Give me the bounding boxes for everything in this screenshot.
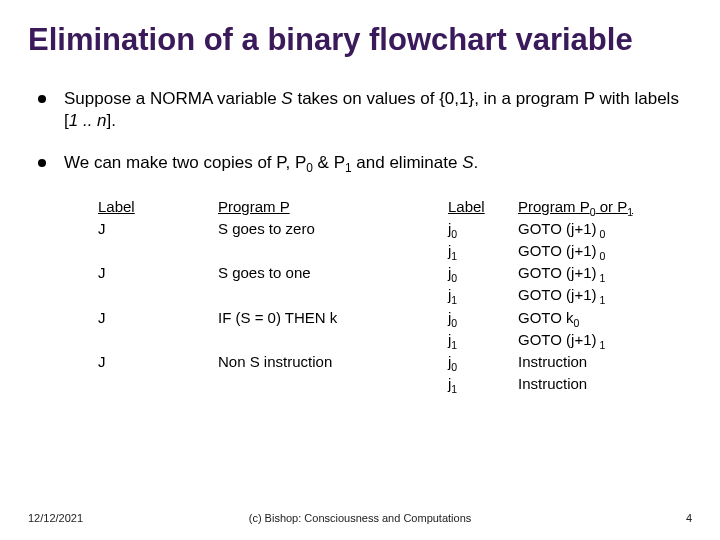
b2-dot: . bbox=[474, 153, 479, 172]
cell-label-right: j0 bbox=[448, 308, 518, 330]
hdr-label-left: Label bbox=[98, 197, 218, 219]
cell-program-p bbox=[218, 330, 448, 352]
bullet-icon bbox=[38, 159, 46, 167]
hdr-p01-pre: Program P bbox=[518, 198, 590, 215]
cell-label-left bbox=[98, 374, 218, 396]
hdr-label-right: Label bbox=[448, 197, 518, 219]
bullet-1: Suppose a NORMA variable S takes on valu… bbox=[38, 88, 692, 132]
b2-post: and eliminate bbox=[352, 153, 463, 172]
bullet-2: We can make two copies of P, P0 & P1 and… bbox=[38, 152, 692, 177]
cell-label-left: J bbox=[98, 219, 218, 241]
cell-program-p01: GOTO k0 bbox=[518, 308, 692, 330]
hdr-program-p: Program P bbox=[218, 197, 448, 219]
slide-title: Elimination of a binary flowchart variab… bbox=[28, 22, 692, 58]
cell-label-left bbox=[98, 241, 218, 263]
table-header: Label Program P Label Program P0 or P1 bbox=[98, 197, 692, 219]
b2-s: S bbox=[462, 153, 473, 172]
b2-pre: We can make two copies of P, P bbox=[64, 153, 306, 172]
table-row: j1Instruction bbox=[98, 374, 692, 396]
cell-label-left: J bbox=[98, 308, 218, 330]
hdr-program-p01: Program P0 or P1 bbox=[518, 197, 692, 219]
cell-label-right: j0 bbox=[448, 219, 518, 241]
cell-label-right: j1 bbox=[448, 330, 518, 352]
table-row: JS goes to zeroj0GOTO (j+1) 0 bbox=[98, 219, 692, 241]
b1-post: ]. bbox=[107, 111, 116, 130]
b1-s: S bbox=[281, 89, 292, 108]
bullet-list: Suppose a NORMA variable S takes on valu… bbox=[38, 88, 692, 177]
b1-range: 1 .. n bbox=[69, 111, 107, 130]
b2-amp: & P bbox=[313, 153, 345, 172]
bullet-icon bbox=[38, 95, 46, 103]
cell-program-p: S goes to one bbox=[218, 263, 448, 285]
b2-s0: 0 bbox=[306, 161, 313, 175]
cell-label-right: j1 bbox=[448, 241, 518, 263]
b2-s1: 1 bbox=[345, 161, 352, 175]
hdr-p01-or: or P bbox=[596, 198, 628, 215]
cell-program-p: IF (S = 0) THEN k bbox=[218, 308, 448, 330]
cell-program-p01: GOTO (j+1) 1 bbox=[518, 330, 692, 352]
cell-program-p01: GOTO (j+1) 1 bbox=[518, 285, 692, 307]
table-row: JIF (S = 0) THEN kj0GOTO k0 bbox=[98, 308, 692, 330]
cell-program-p: S goes to zero bbox=[218, 219, 448, 241]
table-row: j1GOTO (j+1) 1 bbox=[98, 285, 692, 307]
cell-label-left bbox=[98, 330, 218, 352]
table-row: JS goes to onej0GOTO (j+1) 1 bbox=[98, 263, 692, 285]
cell-program-p bbox=[218, 285, 448, 307]
table-row: JNon S instructionj0Instruction bbox=[98, 352, 692, 374]
cell-label-left: J bbox=[98, 352, 218, 374]
cell-program-p01: GOTO (j+1) 0 bbox=[518, 219, 692, 241]
table-row: j1GOTO (j+1) 1 bbox=[98, 330, 692, 352]
cell-label-right: j0 bbox=[448, 352, 518, 374]
footer-credit: (c) Bishop: Consciousness and Computatio… bbox=[28, 512, 692, 524]
hdr-p01-s1: 1 bbox=[627, 206, 633, 218]
cell-program-p01: GOTO (j+1) 1 bbox=[518, 263, 692, 285]
cell-label-left bbox=[98, 285, 218, 307]
cell-program-p01: Instruction bbox=[518, 374, 692, 396]
table-row: j1GOTO (j+1) 0 bbox=[98, 241, 692, 263]
cell-label-right: j1 bbox=[448, 374, 518, 396]
cell-program-p bbox=[218, 374, 448, 396]
cell-label-left: J bbox=[98, 263, 218, 285]
b1-pre: Suppose a NORMA variable bbox=[64, 89, 281, 108]
slide-footer: 12/12/2021 (c) Bishop: Consciousness and… bbox=[28, 512, 692, 524]
cell-label-right: j1 bbox=[448, 285, 518, 307]
cell-program-p: Non S instruction bbox=[218, 352, 448, 374]
cell-program-p01: GOTO (j+1) 0 bbox=[518, 241, 692, 263]
cell-program-p bbox=[218, 241, 448, 263]
cell-program-p01: Instruction bbox=[518, 352, 692, 374]
cell-label-right: j0 bbox=[448, 263, 518, 285]
mapping-table: Label Program P Label Program P0 or P1 J… bbox=[98, 197, 692, 397]
